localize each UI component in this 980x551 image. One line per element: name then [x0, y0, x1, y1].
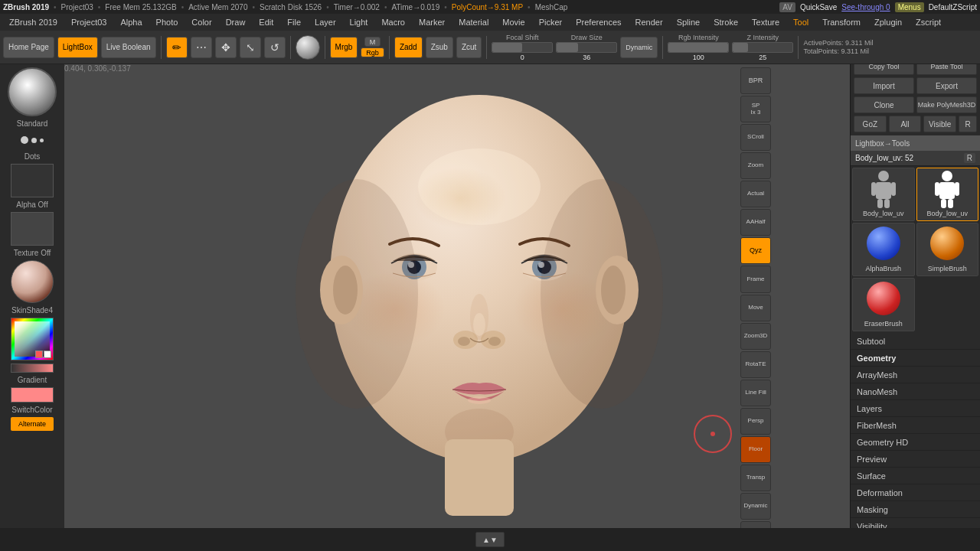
menu-layer[interactable]: Layer — [309, 16, 342, 28]
menu-render[interactable]: Render — [629, 16, 669, 28]
menu-fibermesh[interactable]: FiberMesh — [851, 417, 980, 434]
menu-zbrush[interactable]: ZBrush 2019 — [3, 16, 64, 28]
tool-menu-items: Subtool Geometry ArrayMesh NanoMesh Laye… — [851, 333, 980, 551]
menu-material[interactable]: Material — [452, 16, 495, 28]
dynamic-btn[interactable]: Dynamic — [620, 37, 658, 58]
menu-draw[interactable]: Draw — [220, 16, 252, 28]
m-btn[interactable]: M — [364, 37, 381, 47]
draw-size-track[interactable] — [556, 42, 617, 53]
tool-thumb-body-low[interactable]: Body_low_uv — [852, 168, 915, 221]
menu-preferences[interactable]: Preferences — [570, 16, 627, 28]
linefill-btn[interactable]: Line Fill — [740, 380, 771, 406]
material-sphere[interactable] — [11, 260, 54, 303]
switch-color-btn[interactable] — [11, 387, 54, 403]
zoom3d-btn[interactable]: Zoom3D — [740, 323, 771, 350]
goz-btn[interactable]: GoZ — [854, 116, 887, 132]
material-preview[interactable] — [296, 35, 320, 60]
menu-surface[interactable]: Surface — [851, 468, 980, 484]
transp-btn[interactable]: Transp — [740, 465, 771, 491]
menu-masking[interactable]: Masking — [851, 501, 980, 518]
zcut-btn[interactable]: Zcut — [456, 37, 482, 58]
scroll-btn[interactable]: SCroll — [740, 124, 771, 151]
spix-btn[interactable]: SPIx 3 — [740, 96, 771, 122]
zadd-btn[interactable]: Zadd — [394, 37, 423, 58]
menu-nanomesh[interactable]: NanoMesh — [851, 383, 980, 400]
make-polymesh-btn[interactable]: Make PolyMesh3D — [916, 96, 977, 113]
rgb-btn[interactable]: Rgb — [361, 47, 384, 57]
scale-btn[interactable]: ⤡ — [240, 37, 261, 58]
live-boolean-btn[interactable]: Live Boolean — [101, 37, 156, 58]
lightbox-tools-btn[interactable]: Lightbox→Tools — [851, 135, 980, 151]
brush-preview[interactable] — [8, 67, 57, 116]
menu-spline[interactable]: Spline — [671, 16, 707, 28]
lightbox-btn[interactable]: LightBox — [57, 37, 98, 58]
menu-texture[interactable]: Texture — [746, 16, 786, 28]
move-btn-r[interactable]: Move — [740, 295, 771, 321]
r-btn[interactable]: R — [959, 116, 977, 132]
tool-thumb-alphabrush[interactable]: AlphaBrush — [852, 223, 915, 276]
qyz-btn[interactable]: Qyz — [740, 237, 771, 264]
menu-tool[interactable]: Tool — [787, 16, 815, 28]
menu-stroke[interactable]: Stroke — [707, 16, 744, 28]
tool-thumb-body-low-2[interactable]: Body_low_uv — [916, 168, 979, 221]
menu-transform[interactable]: Transform — [816, 16, 867, 28]
menu-geometry[interactable]: Geometry — [851, 350, 980, 367]
z-intensity-track[interactable] — [732, 42, 793, 53]
rotate-btn-r[interactable]: RotaTE — [740, 351, 771, 378]
menu-picker[interactable]: Picker — [533, 16, 569, 28]
menu-light[interactable]: Light — [344, 16, 374, 28]
rgb-intensity-track[interactable] — [668, 42, 729, 53]
clone-btn[interactable]: Clone — [854, 96, 914, 113]
move-btn[interactable]: ✥ — [215, 37, 237, 58]
home-page-btn[interactable]: Home Page — [3, 37, 54, 58]
tool-thumb-simplebrush[interactable]: SimpleBrush — [916, 223, 979, 276]
color-picker[interactable] — [11, 318, 54, 360]
visible-btn[interactable]: Visible — [923, 116, 956, 132]
menu-edit[interactable]: Edit — [253, 16, 279, 28]
quicksave-btn[interactable]: QuickSave — [800, 3, 837, 11]
menu-preview[interactable]: Preview — [851, 451, 980, 468]
menu-color[interactable]: Color — [185, 16, 217, 28]
floor-btn[interactable]: Floor — [740, 436, 771, 463]
menu-macro[interactable]: Macro — [375, 16, 411, 28]
menu-layers[interactable]: Layers — [851, 400, 980, 417]
draw-mode-btn[interactable]: ✏ — [166, 37, 188, 58]
menu-file[interactable]: File — [281, 16, 307, 28]
menu-arraymesh[interactable]: ArrayMesh — [851, 367, 980, 383]
actual-btn[interactable]: Actual — [740, 181, 771, 207]
alternate-btn[interactable]: Alternate — [11, 417, 54, 431]
menus-btn[interactable]: Menus — [895, 2, 924, 12]
aahalf-btn[interactable]: AAHalf — [740, 209, 771, 236]
menu-deformation[interactable]: Deformation — [851, 484, 980, 501]
frame-btn[interactable]: Frame — [740, 266, 771, 292]
gradient-bar[interactable] — [11, 364, 54, 373]
dynamic-btn-r[interactable]: Dynamic — [740, 493, 771, 520]
menu-zplugin[interactable]: Zplugin — [868, 16, 908, 28]
texture-preview[interactable] — [11, 212, 54, 246]
menu-alpha[interactable]: Alpha — [114, 16, 148, 28]
seethrough-btn[interactable]: See-through 0 — [841, 3, 890, 11]
alpha-preview[interactable] — [11, 164, 54, 197]
focal-shift-track[interactable] — [492, 42, 553, 53]
menu-photo[interactable]: Photo — [150, 16, 185, 28]
all-btn[interactable]: All — [889, 116, 922, 132]
bpr-btn[interactable]: BPR — [740, 67, 771, 94]
menu-geometry-hd[interactable]: Geometry HD — [851, 434, 980, 451]
import-btn[interactable]: Import — [854, 77, 914, 94]
smooth-btn[interactable]: ⋯ — [191, 37, 212, 58]
menu-movie[interactable]: Movie — [496, 16, 531, 28]
menu-subtool[interactable]: Subtool — [851, 333, 980, 350]
defaultzscript-btn[interactable]: DefaultZScript — [929, 3, 977, 11]
menu-marker[interactable]: Marker — [413, 16, 451, 28]
export-btn[interactable]: Export — [916, 77, 977, 94]
menu-project[interactable]: Project03 — [65, 16, 113, 28]
tool-thumb-eraserbrush[interactable]: EraserBrush — [852, 278, 915, 331]
nav-btn[interactable]: ▲▼ — [475, 532, 505, 547]
rotate-btn[interactable]: ↺ — [264, 37, 286, 58]
zsub-btn[interactable]: Zsub — [426, 37, 453, 58]
menu-zscript[interactable]: Zscript — [910, 16, 947, 28]
persp-btn[interactable]: Persp — [740, 408, 771, 435]
zoom-btn[interactable]: Zoom — [740, 152, 771, 179]
mrgb-btn[interactable]: Mrgb — [330, 37, 358, 58]
dots-preview[interactable] — [11, 131, 54, 149]
